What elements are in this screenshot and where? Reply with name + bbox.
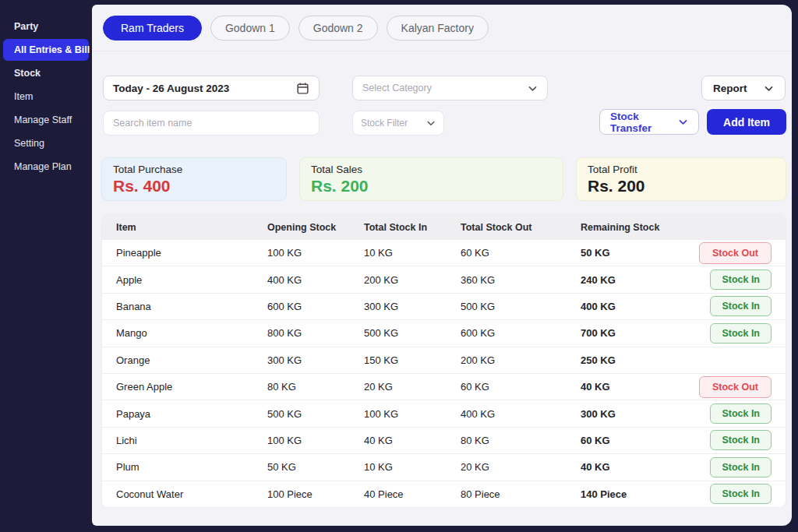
opening-stock-cell: 800 KG bbox=[267, 327, 364, 339]
stock-table: ItemOpening StockTotal Stock InTotal Sto… bbox=[101, 214, 786, 508]
stock-filter-select[interactable]: Stock Filter bbox=[352, 111, 444, 136]
action-cell: Stock In bbox=[697, 430, 772, 450]
tab-godown-1[interactable]: Godown 1 bbox=[210, 16, 290, 41]
table-row: Pineapple100 KG10 KG60 KG50 KGStock Out bbox=[102, 239, 786, 266]
sidebar-item-all-entries-bill[interactable]: All Entries & Bill bbox=[3, 39, 89, 61]
remaining-stock-cell: 400 KG bbox=[581, 301, 697, 312]
action-cell: Stock In bbox=[697, 484, 772, 504]
opening-stock-cell: 100 KG bbox=[267, 435, 364, 446]
total-stock-in-cell: 200 KG bbox=[364, 274, 461, 286]
item-name-cell: Coconut Water bbox=[116, 488, 267, 500]
stock-in-button[interactable]: Stock In bbox=[710, 484, 772, 504]
table-header-row: ItemOpening StockTotal Stock InTotal Sto… bbox=[102, 215, 786, 239]
summary-card-label: Total Profit bbox=[588, 164, 775, 175]
total-stock-out-cell: 80 Piece bbox=[461, 488, 581, 500]
stock-in-button[interactable]: Stock In bbox=[710, 430, 772, 450]
summary-card-label: Total Sales bbox=[311, 164, 552, 175]
table-row: Papaya500 KG100 KG400 KG300 KGStock In bbox=[102, 400, 786, 426]
table-row: Orange300 KG150 KG200 KG250 KG bbox=[102, 347, 786, 373]
calendar-icon bbox=[296, 82, 309, 95]
total-stock-out-cell: 60 KG bbox=[461, 381, 581, 393]
tab-kalyan-factory[interactable]: Kalyan Factory bbox=[387, 16, 489, 41]
remaining-stock-cell: 60 KG bbox=[581, 435, 697, 446]
remaining-stock-cell: 240 KG bbox=[581, 274, 697, 286]
total-stock-in-cell: 10 KG bbox=[364, 461, 461, 473]
total-stock-out-cell: 200 KG bbox=[461, 354, 581, 366]
item-name-cell: Green Apple bbox=[116, 381, 267, 393]
action-cell: Stock In bbox=[697, 323, 772, 344]
summary-card-label: Total Purchase bbox=[113, 164, 275, 175]
category-select[interactable]: Select Category bbox=[352, 76, 548, 100]
tab-ram-traders[interactable]: Ram Traders bbox=[103, 16, 202, 41]
summary-card-profit: Total ProfitRs. 200 bbox=[576, 157, 786, 201]
tab-godown-2[interactable]: Godown 2 bbox=[298, 16, 378, 41]
opening-stock-cell: 80 KG bbox=[267, 381, 364, 393]
category-select-placeholder: Select Category bbox=[362, 83, 432, 93]
item-name-cell: Plum bbox=[116, 461, 267, 473]
company-tabs: Ram TradersGodown 1Godown 2Kalyan Factor… bbox=[92, 5, 792, 51]
item-name-cell: Pineapple bbox=[116, 247, 267, 259]
sidebar-nav: PartyAll Entries & BillStockItemManage S… bbox=[0, 16, 92, 178]
sidebar-item-party[interactable]: Party bbox=[3, 16, 89, 37]
summary-card-sales: Total SalesRs. 200 bbox=[299, 157, 563, 201]
main-panel: Ram TradersGodown 1Godown 2Kalyan Factor… bbox=[92, 5, 792, 526]
table-row: Mango800 KG500 KG600 KG700 KGStock In bbox=[102, 319, 786, 346]
app-root: PartyAll Entries & BillStockItemManage S… bbox=[0, 0, 798, 532]
total-stock-out-cell: 20 KG bbox=[461, 461, 581, 473]
table-row: Banana600 KG300 KG500 KG400 KGStock In bbox=[102, 293, 786, 319]
chevron-down-icon bbox=[678, 117, 688, 127]
stock-transfer-button-label: Stock Transfer bbox=[610, 111, 678, 134]
total-stock-in-cell: 100 KG bbox=[364, 408, 461, 420]
item-name-cell: Mango bbox=[116, 327, 267, 339]
stock-in-button[interactable]: Stock In bbox=[710, 296, 772, 316]
total-stock-in-cell: 500 KG bbox=[364, 327, 461, 339]
sidebar-item-stock[interactable]: Stock bbox=[3, 62, 89, 84]
remaining-stock-cell: 300 KG bbox=[581, 408, 697, 420]
summary-card-purchase: Total PurchaseRs. 400 bbox=[101, 157, 287, 201]
table-row: Coconut Water100 Piece40 Piece80 Piece14… bbox=[102, 481, 786, 507]
add-item-button[interactable]: Add Item bbox=[707, 109, 786, 135]
item-name-cell: Banana bbox=[116, 301, 267, 312]
stock-in-button[interactable]: Stock In bbox=[710, 323, 772, 344]
opening-stock-cell: 100 Piece bbox=[267, 488, 364, 500]
column-header-opening-stock: Opening Stock bbox=[267, 222, 364, 233]
stock-in-button[interactable]: Stock In bbox=[710, 457, 772, 477]
column-header-item: Item bbox=[116, 222, 267, 233]
date-range-value: Today - 26 August 2023 bbox=[113, 83, 229, 94]
stock-in-button[interactable]: Stock In bbox=[710, 403, 772, 424]
item-name-cell: Orange bbox=[116, 354, 267, 366]
remaining-stock-cell: 50 KG bbox=[581, 247, 697, 259]
remaining-stock-cell: 250 KG bbox=[581, 354, 697, 366]
table-row: Green Apple80 KG20 KG60 KG40 KGStock Out bbox=[102, 373, 786, 400]
chevron-down-icon bbox=[764, 83, 774, 93]
opening-stock-cell: 300 KG bbox=[267, 354, 364, 366]
search-input[interactable] bbox=[113, 118, 309, 129]
stock-out-button[interactable]: Stock Out bbox=[699, 242, 772, 264]
action-cell: Stock In bbox=[697, 296, 772, 316]
total-stock-in-cell: 300 KG bbox=[364, 301, 461, 312]
stock-in-button[interactable]: Stock In bbox=[710, 270, 772, 290]
stock-filter-label: Stock Filter bbox=[361, 118, 408, 129]
stock-out-button[interactable]: Stock Out bbox=[699, 376, 772, 398]
column-header-total-stock-in: Total Stock In bbox=[364, 222, 461, 233]
opening-stock-cell: 400 KG bbox=[267, 274, 364, 286]
table-row: Lichi100 KG40 KG80 KG60 KGStock In bbox=[102, 427, 786, 453]
sidebar-item-manage-staff[interactable]: Manage Staff bbox=[3, 109, 89, 131]
sidebar-item-manage-plan[interactable]: Manage Plan bbox=[3, 156, 89, 178]
action-cell: Stock Out bbox=[697, 242, 772, 264]
total-stock-in-cell: 40 KG bbox=[364, 435, 461, 446]
sidebar-item-item[interactable]: Item bbox=[3, 86, 89, 107]
filters-section: Today - 26 August 2023 Select Category bbox=[92, 51, 792, 157]
item-name-cell: Lichi bbox=[116, 435, 267, 446]
total-stock-out-cell: 60 KG bbox=[461, 247, 581, 259]
action-cell: Stock Out bbox=[697, 376, 772, 398]
chevron-down-icon bbox=[426, 118, 436, 128]
action-cell: Stock In bbox=[697, 403, 772, 424]
sidebar-item-setting[interactable]: Setting bbox=[3, 132, 89, 154]
report-button[interactable]: Report bbox=[701, 76, 786, 100]
date-range-picker[interactable]: Today - 26 August 2023 bbox=[103, 76, 320, 100]
action-cell: Stock In bbox=[697, 270, 772, 290]
total-stock-out-cell: 80 KG bbox=[461, 435, 581, 446]
stock-transfer-button[interactable]: Stock Transfer bbox=[599, 109, 699, 135]
total-stock-in-cell: 40 Piece bbox=[364, 488, 461, 500]
